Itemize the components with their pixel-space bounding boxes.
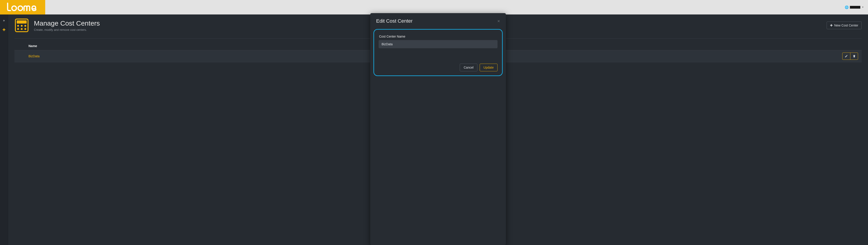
sidebar-collapsed: » ✚: [0, 15, 8, 245]
cost-center-name-input[interactable]: [379, 40, 498, 48]
svg-point-1: [18, 6, 23, 10]
svg-point-6: [24, 25, 26, 27]
expand-sidebar-icon[interactable]: »: [3, 19, 5, 22]
plus-icon: ✚: [830, 24, 833, 27]
brand-logo[interactable]: [0, 0, 45, 15]
modal-close-button[interactable]: ×: [497, 19, 500, 24]
svg-point-5: [21, 25, 23, 27]
globe-icon: 🌐: [845, 5, 848, 9]
calculator-icon: [14, 18, 29, 33]
trash-icon: [852, 55, 856, 58]
svg-point-8: [21, 28, 23, 30]
cancel-button[interactable]: Cancel: [460, 64, 477, 71]
svg-point-0: [12, 6, 17, 10]
cost-center-name-label: Cost Center Name: [379, 35, 498, 38]
svg-rect-3: [17, 20, 27, 24]
user-name-redacted: [850, 6, 860, 8]
close-icon: ×: [497, 19, 500, 24]
main-content: Manage Cost Centers Create, modify and r…: [8, 15, 868, 245]
top-bar: 🌐 ▼: [0, 0, 868, 15]
row-actions: [842, 53, 858, 60]
new-cost-center-button[interactable]: ✚ New Cost Center: [827, 22, 862, 29]
new-cost-center-label: New Cost Center: [834, 24, 858, 27]
caret-down-icon: ▼: [862, 6, 864, 8]
modal-body: Cost Center Name Cancel Update: [373, 29, 503, 76]
user-menu[interactable]: 🌐 ▼: [841, 0, 868, 14]
loome-logo-icon: [6, 2, 39, 12]
modal-footer: Cancel Update: [379, 48, 498, 71]
modal-title: Edit Cost Center: [376, 18, 412, 24]
cost-center-link[interactable]: BizData: [29, 54, 39, 58]
page-subtitle: Create, modify and remove cost centers.: [34, 28, 100, 31]
modal-header: Edit Cost Center ×: [370, 13, 506, 29]
delete-row-button[interactable]: [850, 53, 858, 59]
svg-point-4: [17, 25, 19, 27]
edit-row-button[interactable]: [842, 53, 850, 59]
add-icon[interactable]: ✚: [2, 28, 5, 32]
page-title: Manage Cost Centers: [34, 20, 100, 27]
edit-cost-center-modal: Edit Cost Center × Cost Center Name Canc…: [370, 13, 506, 245]
edit-icon: [845, 55, 848, 58]
svg-point-9: [24, 28, 26, 30]
update-button[interactable]: Update: [480, 64, 498, 71]
svg-point-7: [17, 28, 19, 30]
